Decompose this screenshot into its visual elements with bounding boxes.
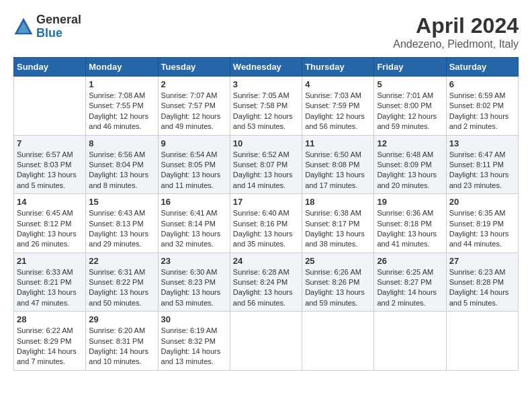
calendar-cell: 11Sunrise: 6:50 AM Sunset: 8:08 PM Dayli… — [302, 135, 374, 194]
day-info: Sunrise: 6:30 AM Sunset: 8:23 PM Dayligh… — [161, 267, 227, 309]
header-thursday: Thursday — [302, 58, 374, 77]
day-info: Sunrise: 6:45 AM Sunset: 8:12 PM Dayligh… — [17, 208, 83, 250]
day-info: Sunrise: 6:22 AM Sunset: 8:29 PM Dayligh… — [17, 326, 83, 367]
calendar-cell: 3Sunrise: 7:05 AM Sunset: 7:58 PM Daylig… — [230, 77, 302, 136]
calendar-cell — [14, 77, 86, 136]
day-number: 17 — [233, 197, 299, 207]
day-number: 5 — [377, 79, 443, 89]
day-number: 3 — [233, 79, 299, 89]
day-info: Sunrise: 6:26 AM Sunset: 8:26 PM Dayligh… — [305, 267, 371, 309]
calendar-cell — [302, 312, 374, 371]
day-info: Sunrise: 7:01 AM Sunset: 8:00 PM Dayligh… — [377, 91, 443, 132]
calendar-week-2: 7Sunrise: 6:57 AM Sunset: 8:03 PM Daylig… — [14, 135, 519, 194]
header-saturday: Saturday — [446, 58, 518, 77]
day-number: 21 — [17, 256, 83, 266]
day-number: 27 — [449, 256, 515, 266]
day-number: 9 — [161, 138, 227, 148]
calendar-cell — [374, 312, 446, 371]
day-number: 6 — [449, 79, 515, 89]
day-info: Sunrise: 6:52 AM Sunset: 8:07 PM Dayligh… — [233, 150, 299, 191]
calendar-cell: 19Sunrise: 6:36 AM Sunset: 8:18 PM Dayli… — [374, 194, 446, 253]
calendar-cell: 14Sunrise: 6:45 AM Sunset: 8:12 PM Dayli… — [14, 194, 86, 253]
day-number: 10 — [233, 138, 299, 148]
calendar-cell: 18Sunrise: 6:38 AM Sunset: 8:17 PM Dayli… — [302, 194, 374, 253]
logo-icon — [13, 17, 34, 37]
header-wednesday: Wednesday — [230, 58, 302, 77]
calendar-cell: 13Sunrise: 6:47 AM Sunset: 8:11 PM Dayli… — [446, 135, 518, 194]
day-number: 11 — [305, 138, 371, 148]
day-number: 29 — [89, 314, 154, 324]
calendar-cell: 30Sunrise: 6:19 AM Sunset: 8:32 PM Dayli… — [158, 312, 230, 371]
day-info: Sunrise: 6:57 AM Sunset: 8:03 PM Dayligh… — [17, 150, 83, 191]
title-area: April 2024 Andezeno, Piedmont, Italy — [393, 13, 519, 50]
day-number: 18 — [305, 197, 371, 207]
header-tuesday: Tuesday — [158, 58, 230, 77]
day-info: Sunrise: 6:38 AM Sunset: 8:17 PM Dayligh… — [305, 208, 371, 250]
day-info: Sunrise: 6:25 AM Sunset: 8:27 PM Dayligh… — [377, 267, 443, 309]
day-info: Sunrise: 7:08 AM Sunset: 7:55 PM Dayligh… — [89, 91, 154, 132]
day-info: Sunrise: 6:33 AM Sunset: 8:21 PM Dayligh… — [17, 267, 83, 309]
calendar-cell: 10Sunrise: 6:52 AM Sunset: 8:07 PM Dayli… — [230, 135, 302, 194]
calendar-cell: 1Sunrise: 7:08 AM Sunset: 7:55 PM Daylig… — [86, 77, 158, 136]
day-number: 25 — [305, 256, 371, 266]
day-number: 12 — [377, 138, 443, 148]
day-info: Sunrise: 6:41 AM Sunset: 8:14 PM Dayligh… — [161, 208, 227, 250]
calendar-cell: 15Sunrise: 6:43 AM Sunset: 8:13 PM Dayli… — [86, 194, 158, 253]
header-friday: Friday — [374, 58, 446, 77]
day-number: 28 — [17, 314, 83, 324]
calendar-cell: 29Sunrise: 6:20 AM Sunset: 8:31 PM Dayli… — [86, 312, 158, 371]
header-monday: Monday — [86, 58, 158, 77]
calendar-cell — [446, 312, 518, 371]
day-number: 26 — [377, 256, 443, 266]
calendar-cell: 12Sunrise: 6:48 AM Sunset: 8:09 PM Dayli… — [374, 135, 446, 194]
calendar-cell: 28Sunrise: 6:22 AM Sunset: 8:29 PM Dayli… — [14, 312, 86, 371]
calendar-cell: 26Sunrise: 6:25 AM Sunset: 8:27 PM Dayli… — [374, 253, 446, 312]
calendar-cell: 9Sunrise: 6:54 AM Sunset: 8:05 PM Daylig… — [158, 135, 230, 194]
day-number: 23 — [161, 256, 227, 266]
day-info: Sunrise: 6:36 AM Sunset: 8:18 PM Dayligh… — [377, 208, 443, 250]
calendar-week-4: 21Sunrise: 6:33 AM Sunset: 8:21 PM Dayli… — [14, 253, 519, 312]
calendar-cell: 24Sunrise: 6:28 AM Sunset: 8:24 PM Dayli… — [230, 253, 302, 312]
calendar-cell: 8Sunrise: 6:56 AM Sunset: 8:04 PM Daylig… — [86, 135, 158, 194]
day-number: 20 — [449, 197, 515, 207]
day-info: Sunrise: 6:28 AM Sunset: 8:24 PM Dayligh… — [233, 267, 299, 309]
calendar-cell — [230, 312, 302, 371]
day-number: 4 — [305, 79, 371, 89]
day-info: Sunrise: 6:43 AM Sunset: 8:13 PM Dayligh… — [89, 208, 154, 250]
calendar-cell: 23Sunrise: 6:30 AM Sunset: 8:23 PM Dayli… — [158, 253, 230, 312]
logo-blue-text: Blue — [36, 27, 81, 40]
calendar-cell: 4Sunrise: 7:03 AM Sunset: 7:59 PM Daylig… — [302, 77, 374, 136]
calendar-cell: 25Sunrise: 6:26 AM Sunset: 8:26 PM Dayli… — [302, 253, 374, 312]
day-number: 14 — [17, 197, 83, 207]
day-number: 2 — [161, 79, 227, 89]
day-info: Sunrise: 6:23 AM Sunset: 8:28 PM Dayligh… — [449, 267, 515, 309]
day-info: Sunrise: 6:35 AM Sunset: 8:19 PM Dayligh… — [449, 208, 515, 250]
calendar-cell: 5Sunrise: 7:01 AM Sunset: 8:00 PM Daylig… — [374, 77, 446, 136]
calendar-cell: 16Sunrise: 6:41 AM Sunset: 8:14 PM Dayli… — [158, 194, 230, 253]
calendar-cell: 6Sunrise: 6:59 AM Sunset: 8:02 PM Daylig… — [446, 77, 518, 136]
day-info: Sunrise: 7:07 AM Sunset: 7:57 PM Dayligh… — [161, 91, 227, 132]
logo: General Blue — [13, 13, 81, 40]
day-info: Sunrise: 7:05 AM Sunset: 7:58 PM Dayligh… — [233, 91, 299, 132]
day-number: 1 — [89, 79, 154, 89]
day-number: 22 — [89, 256, 154, 266]
calendar-cell: 20Sunrise: 6:35 AM Sunset: 8:19 PM Dayli… — [446, 194, 518, 253]
calendar-cell: 27Sunrise: 6:23 AM Sunset: 8:28 PM Dayli… — [446, 253, 518, 312]
day-number: 24 — [233, 256, 299, 266]
day-info: Sunrise: 6:19 AM Sunset: 8:32 PM Dayligh… — [161, 326, 227, 367]
day-info: Sunrise: 6:31 AM Sunset: 8:22 PM Dayligh… — [89, 267, 154, 309]
calendar-table: SundayMondayTuesdayWednesdayThursdayFrid… — [13, 57, 519, 371]
calendar-week-3: 14Sunrise: 6:45 AM Sunset: 8:12 PM Dayli… — [14, 194, 519, 253]
calendar-cell: 17Sunrise: 6:40 AM Sunset: 8:16 PM Dayli… — [230, 194, 302, 253]
calendar-header-row: SundayMondayTuesdayWednesdayThursdayFrid… — [14, 58, 519, 77]
day-info: Sunrise: 6:40 AM Sunset: 8:16 PM Dayligh… — [233, 208, 299, 250]
day-info: Sunrise: 6:59 AM Sunset: 8:02 PM Dayligh… — [449, 91, 515, 132]
day-info: Sunrise: 6:56 AM Sunset: 8:04 PM Dayligh… — [89, 150, 154, 191]
day-number: 8 — [89, 138, 154, 148]
day-number: 15 — [89, 197, 154, 207]
day-info: Sunrise: 6:50 AM Sunset: 8:08 PM Dayligh… — [305, 150, 371, 191]
location-title: Andezeno, Piedmont, Italy — [393, 38, 519, 50]
day-info: Sunrise: 6:47 AM Sunset: 8:11 PM Dayligh… — [449, 150, 515, 191]
day-number: 13 — [449, 138, 515, 148]
logo-general-text: General — [36, 13, 81, 27]
